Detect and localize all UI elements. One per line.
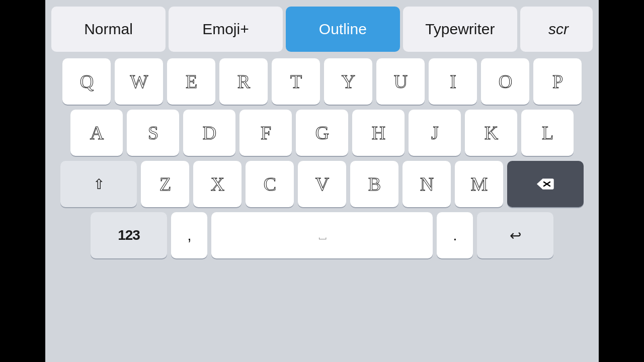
key-j[interactable]: J [409, 110, 461, 156]
key-v[interactable]: V [298, 161, 346, 207]
key-r[interactable]: R [219, 58, 268, 105]
key-d[interactable]: D [183, 110, 235, 156]
key-t[interactable]: T [272, 58, 320, 105]
key-x[interactable]: X [193, 161, 242, 207]
key-n[interactable]: N [403, 161, 451, 207]
key-u[interactable]: U [376, 58, 425, 105]
key-g[interactable]: G [296, 110, 348, 156]
tab-emoji[interactable]: Emoji+ [169, 7, 283, 52]
key-c[interactable]: C [246, 161, 294, 207]
key-return[interactable]: ↩ [477, 212, 553, 258]
left-black-panel [0, 0, 45, 362]
key-k[interactable]: K [465, 110, 517, 156]
key-comma[interactable]: , [171, 212, 207, 258]
key-shift[interactable]: ⇧ [60, 161, 137, 207]
key-row-3: ⇧ Z X C V B N M [51, 161, 593, 207]
font-tabs: Normal Emoji+ Outline Typewriter scr [51, 4, 593, 54]
key-space[interactable]: ⎵ [211, 212, 433, 258]
key-o[interactable]: O [481, 58, 529, 105]
tab-script[interactable]: scr [520, 7, 593, 52]
key-period[interactable]: . [437, 212, 473, 258]
key-i[interactable]: I [429, 58, 477, 105]
key-q[interactable]: Q [62, 58, 111, 105]
keyboard-rows: Q W E R T Y U I O P A S D F G H J K L ⇧ … [51, 58, 593, 356]
key-l[interactable]: L [521, 110, 574, 156]
key-row-1: Q W E R T Y U I O P [51, 58, 593, 105]
key-row-4: 123 , ⎵ . ↩ [51, 212, 593, 258]
keyboard-container: Normal Emoji+ Outline Typewriter scr Q W… [45, 0, 599, 362]
key-row-2: A S D F G H J K L [51, 110, 593, 156]
key-e[interactable]: E [167, 58, 215, 105]
key-b[interactable]: B [350, 161, 398, 207]
key-a[interactable]: A [70, 110, 123, 156]
key-backspace[interactable] [507, 161, 584, 207]
key-h[interactable]: H [352, 110, 405, 156]
key-z[interactable]: Z [141, 161, 189, 207]
tab-typewriter[interactable]: Typewriter [403, 7, 517, 52]
tab-outline[interactable]: Outline [286, 7, 400, 52]
key-s[interactable]: S [127, 110, 179, 156]
key-w[interactable]: W [115, 58, 163, 105]
tab-normal[interactable]: Normal [51, 7, 166, 52]
right-black-panel [599, 0, 644, 362]
key-numbers[interactable]: 123 [91, 212, 167, 258]
key-p[interactable]: P [533, 58, 582, 105]
key-f[interactable]: F [239, 110, 292, 156]
key-m[interactable]: M [455, 161, 503, 207]
key-y[interactable]: Y [324, 58, 372, 105]
